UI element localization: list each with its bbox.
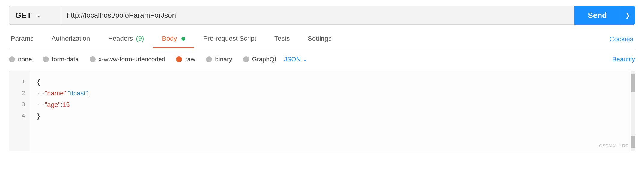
scrollbar-track[interactable] (631, 71, 635, 151)
body-type-binary[interactable]: binary (206, 56, 232, 63)
tab-pre-request-script[interactable]: Pre-request Script (194, 31, 265, 48)
tabs-row: Params Authorization Headers (9) Body Pr… (9, 31, 635, 48)
scrollbar-thumb-top[interactable] (631, 74, 635, 92)
url-bar-row: GET ⌄ Send ❯ (9, 6, 635, 25)
url-input[interactable] (60, 6, 574, 25)
code-line-3: ····"age":15 (37, 99, 628, 110)
scrollbar-thumb-bottom[interactable] (631, 136, 635, 148)
radio-form-data-icon (43, 56, 49, 62)
send-dropdown-button[interactable]: ❯ (620, 6, 635, 25)
body-type-none[interactable]: none (9, 56, 32, 63)
radio-none-icon (9, 56, 15, 62)
code-line-4: } (37, 110, 628, 122)
method-select[interactable]: GET ⌄ (9, 6, 60, 25)
json-format-dropdown[interactable]: JSON ⌄ (284, 56, 308, 63)
json-dropdown-chevron-icon: ⌄ (303, 56, 308, 63)
line-number-2: 2 (15, 88, 25, 99)
radio-raw-icon (176, 56, 182, 62)
method-chevron-icon: ⌄ (37, 12, 41, 19)
method-label: GET (15, 11, 32, 20)
code-content[interactable]: { ····"name":"itcast", ····"age":15 } (30, 71, 635, 151)
beautify-button[interactable]: Beautify (612, 56, 635, 63)
send-button[interactable]: Send (574, 6, 620, 25)
line-number-1: 1 (15, 76, 25, 88)
line-numbers: 1 2 3 4 (9, 71, 30, 151)
code-line-1: { (37, 76, 628, 88)
body-type-urlencoded[interactable]: x-www-form-urlencoded (90, 56, 165, 63)
body-dot-indicator (181, 37, 185, 41)
body-type-raw[interactable]: raw (176, 56, 195, 63)
headers-badge: (9) (136, 35, 144, 42)
body-type-form-data[interactable]: form-data (43, 56, 79, 63)
watermark: CSDN © 牛RZ (599, 143, 628, 149)
tab-body[interactable]: Body (153, 31, 194, 48)
radio-binary-icon (206, 56, 212, 62)
line-number-4: 4 (15, 110, 25, 122)
send-button-wrapper: Send ❯ (574, 6, 635, 25)
tab-headers[interactable]: Headers (9) (99, 31, 153, 48)
code-line-2: ····"name":"itcast", (37, 88, 628, 99)
tab-settings[interactable]: Settings (299, 31, 341, 48)
tab-tests[interactable]: Tests (265, 31, 299, 48)
body-type-graphql[interactable]: GraphQL (243, 56, 278, 63)
line-number-3: 3 (15, 99, 25, 110)
radio-urlencoded-icon (90, 56, 96, 62)
code-editor[interactable]: 1 2 3 4 { ····"name":"itcast", ····"age"… (9, 71, 635, 151)
radio-graphql-icon (243, 56, 249, 62)
tab-authorization[interactable]: Authorization (43, 31, 99, 48)
tab-params[interactable]: Params (9, 31, 43, 48)
body-type-row: none form-data x-www-form-urlencoded raw… (9, 54, 635, 65)
tab-cookies[interactable]: Cookies (601, 32, 635, 48)
main-container: GET ⌄ Send ❯ Params Authorization Header… (0, 0, 644, 157)
